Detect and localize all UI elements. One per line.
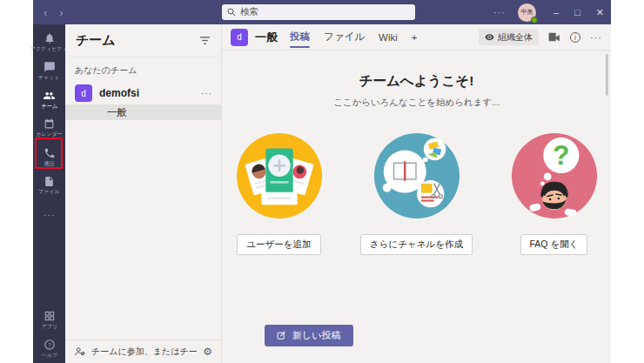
rail-item-label: ヘルプ <box>41 352 57 359</box>
join-create-team-button[interactable]: チームに参加、またはチームを... ⚙ <box>65 339 221 363</box>
rail-item-help[interactable]: ? ヘルプ <box>33 334 65 363</box>
create-channels-illustration <box>372 131 461 220</box>
org-wide-button[interactable]: 組織全体 <box>479 29 539 45</box>
rail-item-calendar[interactable]: カレンダー <box>33 114 65 143</box>
add-users-button[interactable]: ユーザーを追加 <box>237 234 320 255</box>
compose-icon <box>277 331 286 340</box>
header-more-button[interactable]: ··· <box>590 32 602 43</box>
team-name: demofsi <box>99 87 201 99</box>
calendar-icon <box>44 118 55 130</box>
eye-icon <box>485 34 494 41</box>
rail-item-apps[interactable]: アプリ <box>33 306 65 334</box>
team-row-demofsi[interactable]: d demofsi ··· <box>65 82 221 104</box>
bell-icon <box>44 32 56 44</box>
rail-item-teams[interactable]: チーム <box>33 85 65 114</box>
title-bar: ‹ › 検索 ··· 中奥 – □ ✕ <box>33 0 611 24</box>
rail-item-label: チャット <box>38 74 59 81</box>
presence-available-dot <box>531 17 538 24</box>
create-channels-button[interactable]: さらにチャネルを作成 <box>360 234 473 255</box>
new-post-label: 新しい投稿 <box>292 329 341 342</box>
more-icon: ··· <box>44 210 56 220</box>
card-add-users: ユーザーを追加 <box>225 131 333 255</box>
rail-item-chat[interactable]: チャット <box>33 57 65 85</box>
rail-item-label: アプリ <box>41 323 57 330</box>
svg-text:?: ? <box>48 341 51 347</box>
scrollbar[interactable] <box>606 54 608 96</box>
file-icon <box>44 176 55 187</box>
add-tab-button[interactable]: + <box>412 24 418 50</box>
rail-item-files[interactable]: ファイル <box>33 171 65 200</box>
your-teams-section-label: あなたのチーム <box>65 57 221 82</box>
welcome-title: チームへようこそ! <box>222 72 611 91</box>
rail-item-activity[interactable]: アクティビティ <box>33 28 65 57</box>
teams-icon <box>43 90 56 102</box>
rail-item-label: アクティビティ <box>30 45 68 52</box>
channel-label: 一般 <box>107 106 127 119</box>
channel-tabs: 投稿 ファイル Wiki + <box>290 24 418 50</box>
rail-item-label: 通話 <box>44 160 55 167</box>
team-more-button[interactable]: ··· <box>201 89 212 98</box>
card-create-channels: さらにチャネルを作成 <box>363 131 471 255</box>
rail-item-label: ファイル <box>38 188 59 195</box>
info-icon[interactable]: i <box>570 32 580 43</box>
add-users-illustration <box>235 131 324 220</box>
svg-text:?: ? <box>553 140 569 171</box>
user-avatar[interactable]: 中奥 <box>518 3 536 22</box>
search-placeholder: 検索 <box>240 6 258 18</box>
teams-app-window: ‹ › 検索 ··· 中奥 – □ ✕ アクティビティ チャ <box>33 0 611 363</box>
apps-icon <box>44 310 56 322</box>
rail-item-calls[interactable]: 通話 <box>33 143 65 171</box>
main-content: d 一般 投稿 ファイル Wiki + 組織全体 i ··· <box>222 24 611 363</box>
forward-button[interactable]: › <box>59 6 63 19</box>
titlebar-more-button[interactable]: ··· <box>493 7 506 17</box>
filter-icon[interactable] <box>199 36 211 45</box>
join-team-icon <box>74 346 86 357</box>
phone-icon <box>44 147 56 159</box>
welcome-subtitle: ここからいろんなことを始められます... <box>222 97 611 109</box>
close-button[interactable]: ✕ <box>596 7 604 18</box>
team-avatar: d <box>75 84 92 102</box>
open-faq-illustration: ? <box>510 131 599 220</box>
new-post-button[interactable]: 新しい投稿 <box>265 325 353 346</box>
channel-header: d 一般 投稿 ファイル Wiki + 組織全体 i ··· <box>222 24 611 50</box>
panel-title: チーム <box>76 32 116 49</box>
app-rail: アクティビティ チャット チーム カレンダー 通話 ファイル ··· アプリ <box>33 24 65 363</box>
avatar-text: 中奥 <box>521 8 533 17</box>
maximize-button[interactable]: □ <box>574 7 580 18</box>
join-create-team-label: チームに参加、またはチームを... <box>91 346 198 358</box>
rail-item-label: チーム <box>41 103 57 110</box>
gear-icon[interactable]: ⚙ <box>203 346 212 358</box>
rail-item-label: カレンダー <box>36 131 62 138</box>
search-input[interactable]: 検索 <box>222 4 415 20</box>
meet-now-icon[interactable] <box>548 32 560 42</box>
open-faq-button[interactable]: FAQ を開く <box>520 234 588 255</box>
channel-name: 一般 <box>255 30 278 45</box>
tab-files[interactable]: ファイル <box>324 24 365 50</box>
tab-posts[interactable]: 投稿 <box>290 24 310 50</box>
teams-list-panel: チーム あなたのチーム d demofsi ··· 一般 チームに参加、またはチ… <box>65 24 222 363</box>
search-icon <box>227 8 236 17</box>
rail-item-more[interactable]: ··· <box>33 200 65 229</box>
card-open-faq: ? FAQ を開く <box>500 131 608 255</box>
org-wide-label: 組織全体 <box>498 31 533 44</box>
welcome-section: チームへようこそ! ここからいろんなことを始められます... <box>222 72 611 255</box>
channel-avatar: d <box>231 29 248 46</box>
chat-icon <box>44 61 56 73</box>
tab-wiki[interactable]: Wiki <box>379 24 398 50</box>
channel-item-general[interactable]: 一般 <box>65 104 221 120</box>
minimize-button[interactable]: – <box>553 7 559 18</box>
help-icon: ? <box>44 339 56 351</box>
back-button[interactable]: ‹ <box>44 6 47 19</box>
